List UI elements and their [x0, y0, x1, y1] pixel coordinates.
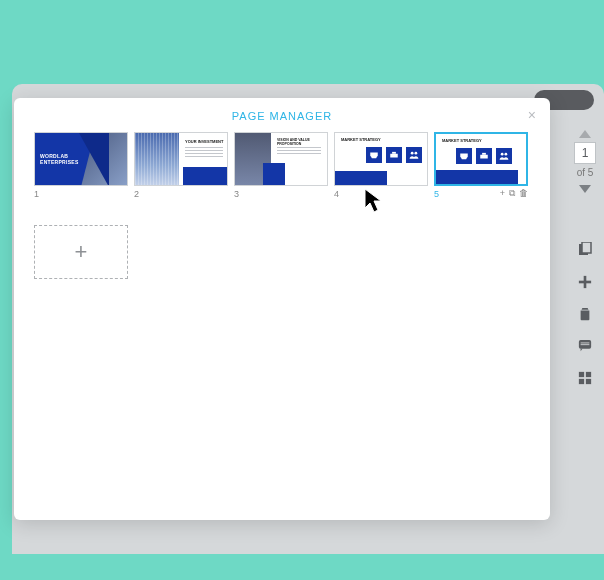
slide-thumbnail-4[interactable]: MARKET STRATEGY — [334, 132, 428, 186]
slide-number: 4 — [334, 189, 428, 199]
slide-thumbnail-2[interactable]: YOUR INVESTMENT — [134, 132, 228, 186]
add-slide-button[interactable]: + — [34, 225, 128, 279]
svg-rect-7 — [579, 372, 584, 377]
svg-rect-3 — [579, 281, 591, 284]
page-down-icon[interactable] — [579, 185, 591, 193]
slide-4-title: MARKET STRATEGY — [341, 137, 381, 142]
svg-point-17 — [501, 153, 504, 156]
side-toolbar — [568, 234, 602, 394]
slide-number: 1 — [34, 189, 128, 199]
svg-rect-5 — [581, 343, 590, 344]
thumb-actions: + ⧉ 🗑 — [500, 188, 528, 199]
slide-thumbnail-1[interactable]: WORDLABENTERPRISES — [34, 132, 128, 186]
close-icon[interactable]: × — [528, 108, 536, 122]
slide-number: 2 — [134, 189, 228, 199]
svg-point-14 — [415, 152, 418, 155]
svg-rect-8 — [586, 372, 591, 377]
copy-slide-icon[interactable]: ⧉ — [509, 188, 515, 199]
slide-2-title: YOUR INVESTMENT — [185, 139, 223, 144]
svg-point-18 — [505, 153, 508, 156]
page-up-icon[interactable] — [579, 130, 591, 138]
svg-rect-11 — [390, 154, 398, 158]
page-manager-modal: PAGE MANAGER × WORDLABENTERPRISES 1 YOUR… — [14, 98, 550, 520]
add-slide-icon[interactable]: + — [500, 188, 505, 199]
slide-thumbnail-3[interactable]: VISION AND VALUEPROPOSITION — [234, 132, 328, 186]
svg-rect-1 — [582, 242, 591, 253]
svg-rect-15 — [480, 155, 488, 159]
slide-thumbnail-5[interactable]: MARKET STRATEGY — [434, 132, 528, 186]
delete-page-icon[interactable] — [575, 304, 595, 324]
slide-3-title: VISION AND VALUEPROPOSITION — [277, 138, 310, 146]
add-page-icon[interactable] — [575, 272, 595, 292]
slide-1-title: WORDLABENTERPRISES — [40, 153, 79, 165]
svg-rect-10 — [586, 379, 591, 384]
svg-rect-9 — [579, 379, 584, 384]
thumbnail-grid: WORDLABENTERPRISES 1 YOUR INVESTMENT 2 V… — [34, 132, 530, 199]
slide-5-title: MARKET STRATEGY — [442, 138, 482, 143]
page-count-label: of 5 — [577, 167, 594, 178]
page-navigator: 1 of 5 — [568, 128, 602, 195]
modal-title: PAGE MANAGER — [34, 110, 530, 122]
delete-slide-icon[interactable]: 🗑 — [519, 188, 528, 199]
slide-number: 5 — [434, 189, 439, 199]
svg-rect-16 — [482, 153, 486, 155]
svg-point-13 — [411, 152, 414, 155]
duplicate-page-icon[interactable] — [575, 240, 595, 260]
notes-icon[interactable] — [575, 336, 595, 356]
svg-rect-12 — [392, 152, 396, 154]
slide-number: 3 — [234, 189, 328, 199]
current-page-field[interactable]: 1 — [574, 142, 596, 164]
grid-view-icon[interactable] — [575, 368, 595, 388]
svg-rect-6 — [581, 344, 590, 345]
